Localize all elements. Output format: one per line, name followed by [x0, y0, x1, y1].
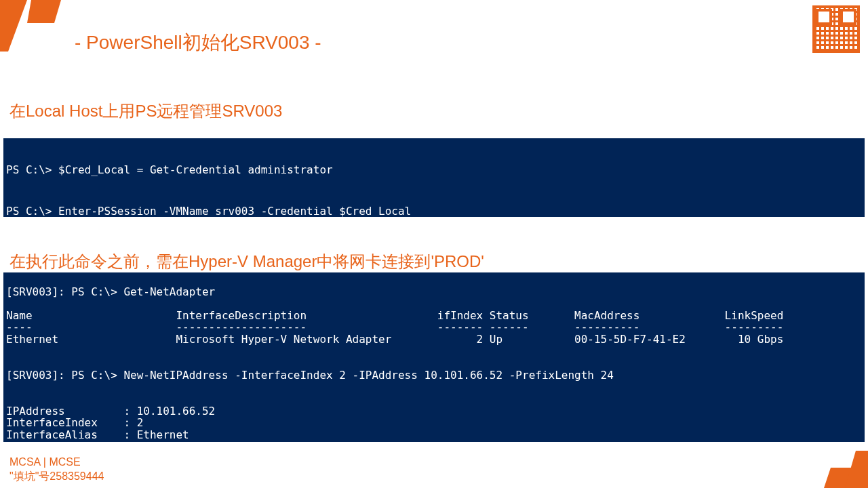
terminal-line: PS C:\> $Cred_Local = Get-Credential adm… [6, 161, 862, 179]
table-divider: ---- -------------------- ------- ------… [6, 321, 783, 333]
terminal-output: InterfaceAlias : Ethernet [6, 428, 189, 441]
terminal-line: [SRV003]: PS C:\> New-NetIPAddress -Inte… [6, 369, 614, 382]
section-heading-2: 在执行此命令之前，需在Hyper-V Manager中将网卡连接到'PROD' [9, 251, 484, 272]
qr-code-icon [812, 5, 860, 53]
brand-logo-bottom [807, 451, 868, 488]
terminal-output: InterfaceIndex : 2 [6, 416, 143, 429]
svg-marker-1 [27, 0, 61, 23]
terminal-line: PS C:\> Enter-PSSession -VMName srv003 -… [6, 203, 862, 220]
terminal-output: IPAddress : 10.101.66.52 [6, 405, 215, 418]
powershell-terminal-1: PS C:\> $Cred_Local = Get-Credential adm… [3, 138, 865, 217]
powershell-terminal-2: [SRV003]: PS C:\> Get-NetAdapter Name In… [3, 272, 865, 442]
table-row: Ethernet Microsoft Hyper-V Network Adapt… [6, 333, 783, 346]
footer-line-1: MCSA | MCSE [9, 455, 104, 470]
brand-logo-top [0, 0, 61, 54]
section-heading-1: 在Local Host上用PS远程管理SRV003 [9, 100, 282, 122]
footer-credits: MCSA | MCSE "填坑"号258359444 [9, 455, 104, 484]
slide-title: - PowerShell初始化SRV003 - [75, 30, 321, 56]
footer-line-2: "填坑"号258359444 [9, 470, 104, 484]
terminal-output: AddressFamily : IPv4 [6, 440, 163, 442]
terminal-line: [SRV003]: PS C:\> Get-NetAdapter [6, 285, 215, 298]
svg-marker-0 [0, 0, 27, 52]
table-header: Name InterfaceDescription ifIndex Status… [6, 309, 783, 322]
